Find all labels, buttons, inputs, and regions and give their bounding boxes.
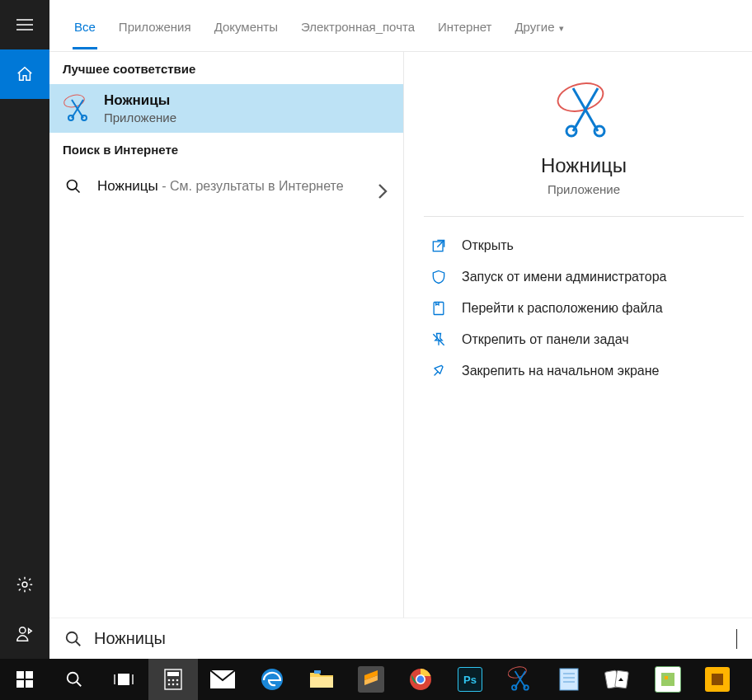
search-input[interactable] xyxy=(94,629,728,648)
result-title: Ножницы xyxy=(104,92,176,109)
search-filter-tabs: Все Приложения Документы Электронная_поч… xyxy=(49,0,752,52)
svg-rect-17 xyxy=(167,672,179,676)
svg-rect-13 xyxy=(26,680,33,688)
text-caret xyxy=(736,629,737,649)
unpin-icon xyxy=(430,331,447,348)
taskbar-app-snipping-tool[interactable] xyxy=(495,659,544,700)
svg-rect-10 xyxy=(16,671,24,679)
hamburger-icon[interactable] xyxy=(0,0,49,49)
taskbar-app-sublime[interactable] xyxy=(346,659,396,700)
preview-app-icon xyxy=(424,78,744,143)
folder-icon xyxy=(430,300,447,317)
profile-icon[interactable] xyxy=(0,609,49,659)
group-web: Поиск в Интернете xyxy=(49,133,403,165)
search-bar[interactable] xyxy=(49,618,752,659)
svg-point-29 xyxy=(417,676,425,684)
preview-title: Ножницы xyxy=(424,154,744,177)
svg-point-6 xyxy=(595,126,604,136)
taskbar-app-edge[interactable] xyxy=(247,659,297,700)
group-best-match: Лучшее соответствие xyxy=(49,52,403,84)
svg-point-19 xyxy=(172,679,175,682)
taskbar-app-notepad[interactable] xyxy=(544,659,594,700)
taskbar-app-calculator[interactable] xyxy=(148,659,198,700)
tab-apps[interactable]: Приложения xyxy=(107,3,203,49)
svg-point-20 xyxy=(176,679,179,682)
action-open[interactable]: Открыть xyxy=(424,230,744,261)
result-subtitle: Приложение xyxy=(104,110,176,124)
svg-point-31 xyxy=(524,685,528,689)
preview-column: Ножницы Приложение Открыть Запуск от име… xyxy=(404,52,752,618)
taskbar-app-mail[interactable] xyxy=(198,659,247,700)
svg-point-18 xyxy=(168,679,171,682)
taskbar-search-button[interactable] xyxy=(49,659,99,700)
svg-rect-36 xyxy=(712,674,723,685)
taskbar-app-chrome[interactable] xyxy=(396,659,445,700)
tab-more[interactable]: Другие▾ xyxy=(503,3,576,49)
shield-icon xyxy=(430,269,447,285)
taskbar: Ps xyxy=(0,659,752,700)
result-snipping-tool[interactable]: Ножницы Приложение xyxy=(49,84,403,133)
chevron-down-icon: ▾ xyxy=(559,23,564,33)
svg-point-4 xyxy=(68,180,78,190)
home-icon[interactable] xyxy=(0,49,49,99)
svg-point-5 xyxy=(566,126,576,136)
search-sidebar xyxy=(0,0,49,659)
svg-point-0 xyxy=(22,582,27,587)
task-view-button[interactable] xyxy=(99,659,148,700)
svg-rect-32 xyxy=(560,669,578,690)
pin-icon xyxy=(430,363,447,379)
taskbar-app-explorer[interactable] xyxy=(297,659,346,700)
svg-rect-11 xyxy=(26,671,33,679)
start-search-pane: Все Приложения Документы Электронная_поч… xyxy=(0,0,752,659)
open-icon xyxy=(430,237,447,254)
chevron-right-icon[interactable] xyxy=(377,183,388,204)
svg-point-3 xyxy=(82,115,87,120)
svg-rect-12 xyxy=(16,680,24,688)
action-pin-start[interactable]: Закрепить на начальном экране xyxy=(424,355,744,387)
web-result-text: Ножницы - См. результаты в Интернете xyxy=(97,176,344,196)
result-web-search[interactable]: Ножницы - См. результаты в Интернете xyxy=(49,165,403,211)
preview-subtitle: Приложение xyxy=(424,182,744,196)
tab-internet[interactable]: Интернет xyxy=(426,3,503,49)
tab-all[interactable]: Все xyxy=(63,3,107,49)
taskbar-app-solitaire[interactable] xyxy=(594,659,643,700)
snipping-tool-icon xyxy=(63,94,92,124)
svg-point-23 xyxy=(176,684,179,686)
svg-point-21 xyxy=(168,684,171,686)
tab-email[interactable]: Электронная_почта xyxy=(289,3,426,49)
svg-point-14 xyxy=(68,673,78,684)
svg-point-2 xyxy=(68,115,73,120)
action-run-admin[interactable]: Запуск от имени администратора xyxy=(424,261,744,293)
svg-point-30 xyxy=(512,685,516,689)
svg-rect-26 xyxy=(314,670,321,674)
taskbar-app-generic-1[interactable] xyxy=(643,659,693,700)
action-unpin-taskbar[interactable]: Открепить от панели задач xyxy=(424,324,744,355)
svg-point-22 xyxy=(172,684,175,686)
taskbar-app-photoshop[interactable]: Ps xyxy=(445,659,495,700)
taskbar-app-generic-2[interactable] xyxy=(693,659,742,700)
svg-point-1 xyxy=(20,627,26,633)
tab-documents[interactable]: Документы xyxy=(203,3,289,49)
results-column: Лучшее соответствие Ножницы Приложение П… xyxy=(49,52,404,618)
gear-icon[interactable] xyxy=(0,560,49,609)
search-icon xyxy=(64,630,82,648)
svg-point-9 xyxy=(67,632,78,642)
action-open-location[interactable]: Перейти к расположению файла xyxy=(424,293,744,324)
svg-rect-15 xyxy=(118,674,129,685)
svg-rect-25 xyxy=(310,677,333,688)
search-icon xyxy=(63,178,84,195)
divider xyxy=(424,216,744,217)
start-button[interactable] xyxy=(0,659,49,700)
